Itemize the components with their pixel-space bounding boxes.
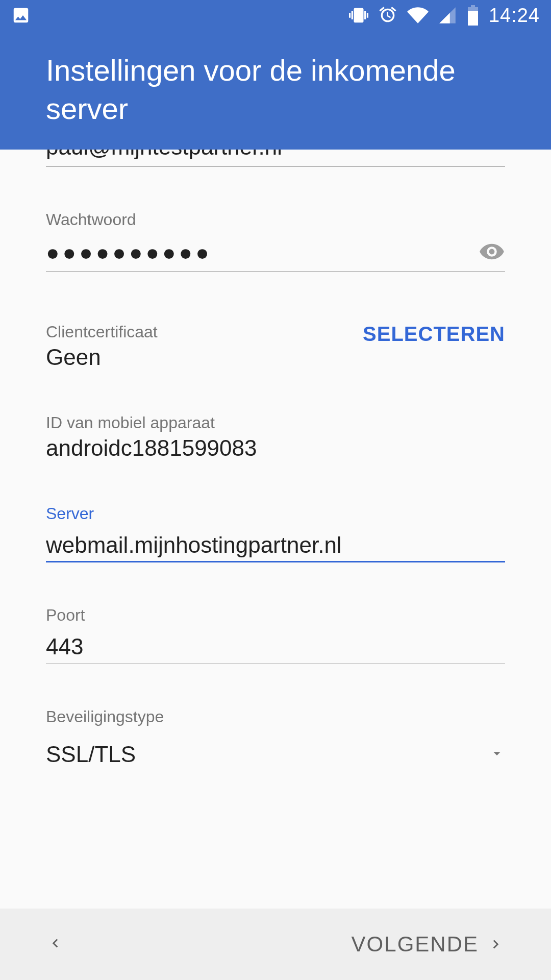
- security-type-dropdown[interactable]: SSL/TLS: [46, 742, 505, 767]
- page-title: Instellingen voor de inkomende server: [46, 51, 505, 128]
- status-time: 14:24: [489, 5, 540, 27]
- app-bar: Instellingen voor de inkomende server: [0, 31, 551, 153]
- password-field[interactable]: ●●●●●●●●●●: [46, 229, 505, 272]
- cell-signal-icon: [438, 6, 457, 25]
- client-cert-label: Clientcertificaat: [46, 323, 158, 341]
- battery-icon: [466, 5, 480, 26]
- client-cert-value: Geen: [46, 345, 158, 370]
- server-field[interactable]: [46, 523, 505, 562]
- vibrate-icon: [349, 6, 368, 25]
- wifi-icon: [407, 5, 429, 26]
- bottom-bar: VOLGENDE: [0, 909, 551, 980]
- toggle-password-visibility-icon[interactable]: [479, 238, 505, 267]
- security-type-label: Beveiligingstype: [46, 707, 505, 726]
- email-value: paul@mijntestpartner.nl: [46, 150, 505, 160]
- server-input[interactable]: [46, 532, 505, 558]
- chevron-down-icon: [489, 745, 505, 764]
- next-button[interactable]: VOLGENDE: [352, 932, 505, 957]
- status-bar: 14:24: [0, 0, 551, 31]
- security-type-value: SSL/TLS: [46, 742, 136, 767]
- next-button-label: VOLGENDE: [352, 932, 479, 957]
- password-mask: ●●●●●●●●●●: [46, 240, 479, 265]
- port-field[interactable]: [46, 625, 505, 664]
- device-id-value: androidc1881599083: [46, 435, 505, 461]
- port-label: Poort: [46, 606, 505, 625]
- alarm-icon: [378, 5, 398, 26]
- device-id-label: ID van mobiel apparaat: [46, 413, 505, 432]
- server-label: Server: [46, 504, 505, 523]
- email-field[interactable]: paul@mijntestpartner.nl: [46, 150, 505, 167]
- select-client-cert-button[interactable]: SELECTEREN: [363, 323, 505, 346]
- port-input[interactable]: [46, 634, 505, 659]
- image-icon: [11, 6, 31, 25]
- form-content: paul@mijntestpartner.nl Wachtwoord ●●●●●…: [0, 150, 551, 767]
- password-label: Wachtwoord: [46, 210, 505, 229]
- back-button[interactable]: [46, 935, 63, 954]
